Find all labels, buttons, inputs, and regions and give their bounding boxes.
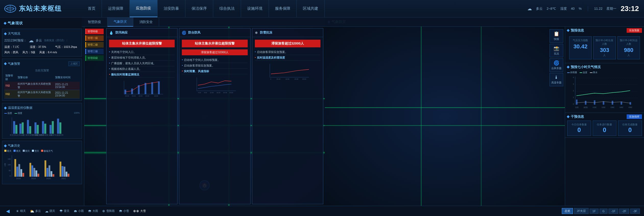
svg-text:东交交站台: 东交交站台	[10, 134, 19, 136]
floor-btn--1F[interactable]: -1F	[609, 209, 618, 214]
action-btn-台风专题[interactable]: 🌀台风专题	[550, 58, 563, 72]
svg-text:03时: 03时	[611, 106, 614, 108]
alert-card-title-typhoon: 防台防风	[188, 30, 200, 35]
bottom-weather-大雪[interactable]: ❄❄大雪	[133, 209, 146, 213]
rain-legend: 雨天	[14, 149, 21, 153]
action-buttons-container: 📋快报📸实况🌀台风专题🌡高温专题	[550, 29, 563, 86]
alert-table-row: III级杭州市气象台发布大风橙色预警2021-11-21 15:54:00	[4, 90, 80, 99]
weather-icon-top: ☁	[527, 6, 532, 12]
realtime-label: 当前实况（23:12）：	[44, 39, 68, 42]
svg-rect-63	[158, 81, 160, 94]
emergency-level-管理特级[interactable]: 管理特级	[85, 29, 104, 34]
sub-tab-智慧防疫[interactable]: 智慧防疫	[82, 17, 108, 27]
floor-btn-1F[interactable]: 1F	[590, 209, 599, 214]
sub-tab-气象防灾[interactable]: 气象防灾	[108, 17, 133, 27]
svg-rect-97	[603, 101, 604, 105]
alert-card-list-item: 视频巡检防止逃漏人员。	[109, 66, 175, 72]
floor-btn-2F夹层[interactable]: 2F夹层	[574, 208, 589, 214]
svg-rect-61	[145, 83, 146, 94]
svg-text:天数: 天数	[4, 163, 6, 167]
svg-text:0: 0	[10, 175, 11, 177]
nav-tab-设施环境[interactable]: 设施环境	[241, 0, 269, 17]
svg-rect-38	[31, 165, 33, 177]
left-panel: 气象现状 天气情况 22日23时预报： ☁ 多云 当前实况（23:12）： 温度…	[0, 17, 84, 206]
emergency-level-sidebar: 管理特级管理一级管理二级管理三级管理四级	[84, 27, 105, 206]
map-road-right-v1	[421, 27, 422, 206]
map-road-right-v2	[481, 27, 482, 206]
svg-text:3: 3	[573, 83, 574, 85]
humidity-value: 40	[571, 7, 575, 10]
action-btn-快报[interactable]: 📋快报	[550, 29, 563, 43]
svg-rect-60	[138, 85, 140, 94]
date-display: 11.22	[594, 7, 603, 10]
bottom-weather-雷天[interactable]: 🌩雷天	[59, 209, 69, 213]
weather-alert-title: 气象预警	[8, 62, 20, 66]
bottom-label-小雪: 小雪	[123, 209, 129, 213]
temp-item: 温度：7.1℃	[4, 45, 29, 49]
bottom-weather-大雨[interactable]: 🌨大雨	[88, 209, 98, 213]
floor-btn-G[interactable]: G	[600, 209, 607, 214]
svg-rect-37	[29, 163, 31, 177]
region-selector[interactable]: 上城区	[68, 61, 80, 66]
left-arrow[interactable]: ◀	[4, 208, 12, 214]
emergency-level-管理四级[interactable]: 管理四级	[85, 55, 104, 61]
action-btn-icon-高温专题: 🌡	[554, 75, 559, 80]
bottom-weather-多云[interactable]: ⛅多云	[30, 209, 41, 213]
floor-btn--2F[interactable]: -2F	[619, 209, 629, 214]
action-btn-高温专题[interactable]: 🌡高温专题	[550, 73, 563, 86]
alert-cards-container: 💧 防汛响应 站体主集水井液位超限报警 关闭地下空间入口。逐层转移地下空间滞留人…	[105, 27, 325, 206]
svg-text:8:00: 8:00	[204, 92, 207, 93]
bottom-weather-小雪[interactable]: 🌨小雪	[119, 209, 129, 213]
forecast-stats: 气压压力指数 30.42 预计半小时出发人数 303 人 预计半小时到达人数 9…	[567, 34, 642, 61]
right-panel: 气象防灾 📋快报📸实况🌀台风专题🌡高温专题 预报信息	[325, 17, 644, 206]
svg-rect-18	[59, 122, 61, 134]
nav-tab-综合执法[interactable]: 综合执法	[213, 0, 241, 17]
svg-text:20:00: 20:00	[302, 78, 306, 80]
bottom-weather-小雨[interactable]: 🌧小雨	[74, 209, 84, 213]
action-btn-实况[interactable]: 📸实况	[550, 44, 563, 57]
humidity-label: 湿度	[560, 6, 567, 11]
svg-rect-100	[630, 102, 631, 105]
alert-card-body-flood: 站体主集水井液位超限报警 关闭地下空间入口。逐层转移地下空间滞留人员。广播提醒，…	[106, 37, 177, 204]
nav-tab-治安防暴[interactable]: 治安防暴	[158, 0, 185, 17]
floor-btn-总览[interactable]: 总览	[562, 208, 573, 214]
bottom-weather-晴天[interactable]: ☀晴天	[16, 209, 26, 213]
nav-tab-应急防疫[interactable]: 应急防疫	[130, 0, 158, 17]
emergency-level-管理三级[interactable]: 管理三级	[85, 49, 104, 54]
svg-rect-7	[19, 124, 21, 134]
svg-rect-42	[44, 160, 46, 177]
nav-tab-保洁保序[interactable]: 保洁保序	[185, 0, 213, 17]
action-btn-icon-实况: 📸	[554, 46, 559, 51]
floor-btn--3F[interactable]: -3F	[630, 209, 640, 214]
bottom-weather-雪阵雨[interactable]: ❄雪阵雨	[102, 209, 115, 213]
svg-text:05:00: 05:00	[277, 78, 281, 80]
sub-tab-消防安全[interactable]: 消防安全	[133, 17, 159, 27]
svg-rect-35	[20, 169, 22, 177]
nav-tab-运营保障[interactable]: 运营保障	[102, 0, 130, 17]
rain-legend-right: 持雨量	[567, 71, 577, 74]
alert-card-list-item: 启动旅客滞留应急预案。	[255, 49, 320, 55]
intervention-btn[interactable]: 应急指挥	[627, 114, 642, 119]
forecast-icon: ☁	[29, 37, 34, 44]
bottom-weather-阴天[interactable]: ☁阴天	[45, 209, 55, 213]
cloudy-legend: 阴天	[23, 149, 30, 153]
alert-card-header-typhoon: 🌀 防台防风	[179, 28, 250, 37]
right-map-bg	[325, 27, 565, 206]
svg-rect-41	[38, 174, 39, 177]
forecast-btn[interactable]: 应急预案	[627, 28, 642, 33]
nav-tab-首页[interactable]: 首页	[82, 0, 102, 17]
svg-rect-49	[64, 167, 65, 177]
svg-rect-10	[29, 126, 31, 134]
emergency-level-管理二级[interactable]: 管理二级	[85, 42, 104, 48]
svg-rect-8	[22, 122, 24, 134]
svg-text:150: 150	[8, 158, 11, 160]
svg-rect-9	[27, 120, 29, 134]
weather-desc: 多云	[536, 6, 543, 11]
nav-tab-区域共建[interactable]: 区域共建	[297, 0, 325, 17]
nav-tab-服务保障[interactable]: 服务保障	[269, 0, 297, 17]
floor-buttons: 总览2F夹层1FG-1F-2F-3F	[562, 208, 640, 214]
svg-text:当前: 当前	[575, 106, 579, 108]
emergency-level-管理一级[interactable]: 管理一级	[85, 35, 104, 41]
bottom-label-大雨: 大雨	[92, 209, 98, 213]
map-road-right-h2	[325, 125, 565, 126]
